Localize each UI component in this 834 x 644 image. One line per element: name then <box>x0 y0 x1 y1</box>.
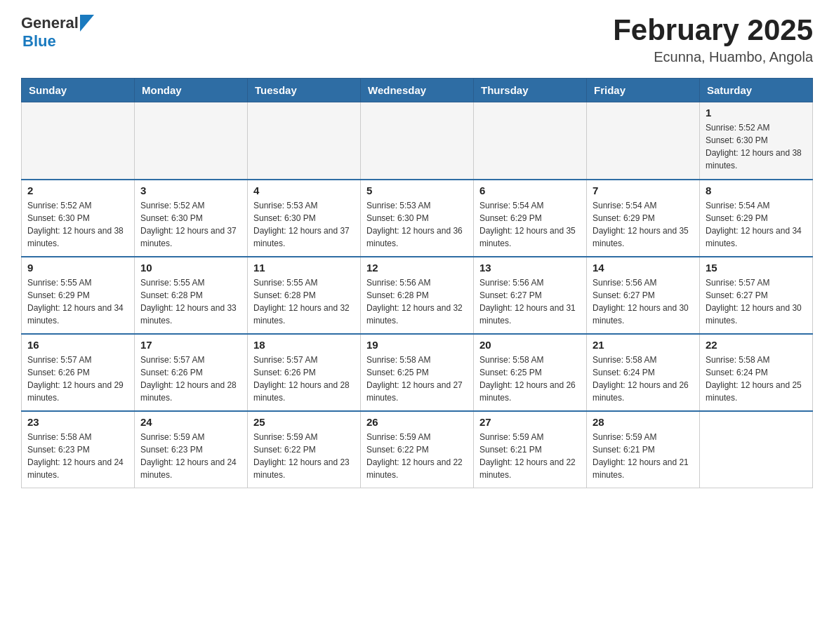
day-number: 23 <box>27 416 128 428</box>
day-number: 12 <box>366 262 468 274</box>
day-info: Sunrise: 5:54 AMSunset: 6:29 PMDaylight:… <box>479 199 581 250</box>
day-info: Sunrise: 5:55 AMSunset: 6:28 PMDaylight:… <box>140 276 241 327</box>
day-info: Sunrise: 5:59 AMSunset: 6:23 PMDaylight:… <box>140 431 241 481</box>
day-number: 13 <box>479 262 581 274</box>
day-info: Sunrise: 5:55 AMSunset: 6:28 PMDaylight:… <box>253 276 355 327</box>
day-number: 19 <box>366 339 468 351</box>
day-info: Sunrise: 5:53 AMSunset: 6:30 PMDaylight:… <box>253 199 355 250</box>
day-info: Sunrise: 5:59 AMSunset: 6:21 PMDaylight:… <box>593 431 694 481</box>
day-info: Sunrise: 5:54 AMSunset: 6:29 PMDaylight:… <box>706 199 807 250</box>
calendar-cell: 6Sunrise: 5:54 AMSunset: 6:29 PMDaylight… <box>474 180 587 257</box>
calendar-cell: 20Sunrise: 5:58 AMSunset: 6:25 PMDayligh… <box>474 334 587 411</box>
day-number: 10 <box>140 262 241 274</box>
calendar-cell <box>135 102 248 180</box>
day-number: 26 <box>366 416 468 428</box>
calendar-cell: 18Sunrise: 5:57 AMSunset: 6:26 PMDayligh… <box>248 334 361 411</box>
calendar-cell: 12Sunrise: 5:56 AMSunset: 6:28 PMDayligh… <box>361 257 474 334</box>
day-info: Sunrise: 5:58 AMSunset: 6:23 PMDaylight:… <box>27 431 128 481</box>
day-info: Sunrise: 5:59 AMSunset: 6:21 PMDaylight:… <box>479 431 581 481</box>
calendar-cell: 14Sunrise: 5:56 AMSunset: 6:27 PMDayligh… <box>587 257 700 334</box>
calendar-subtitle: Ecunna, Huambo, Angola <box>613 49 813 65</box>
day-info: Sunrise: 5:59 AMSunset: 6:22 PMDaylight:… <box>366 431 468 481</box>
day-info: Sunrise: 5:57 AMSunset: 6:26 PMDaylight:… <box>253 354 355 404</box>
calendar-cell: 19Sunrise: 5:58 AMSunset: 6:25 PMDayligh… <box>361 334 474 411</box>
day-info: Sunrise: 5:58 AMSunset: 6:24 PMDaylight:… <box>593 354 694 404</box>
logo-blue: Blue <box>22 32 56 51</box>
calendar-cell: 27Sunrise: 5:59 AMSunset: 6:21 PMDayligh… <box>474 411 587 488</box>
day-number: 6 <box>479 185 581 196</box>
day-info: Sunrise: 5:56 AMSunset: 6:27 PMDaylight:… <box>479 276 581 327</box>
calendar-week-1: 2Sunrise: 5:52 AMSunset: 6:30 PMDaylight… <box>22 180 813 257</box>
calendar-cell <box>248 102 361 180</box>
header-saturday: Saturday <box>700 79 813 102</box>
day-info: Sunrise: 5:55 AMSunset: 6:29 PMDaylight:… <box>27 276 128 327</box>
day-info: Sunrise: 5:52 AMSunset: 6:30 PMDaylight:… <box>27 199 128 250</box>
calendar-cell: 5Sunrise: 5:53 AMSunset: 6:30 PMDaylight… <box>361 180 474 257</box>
calendar-cell <box>22 102 135 180</box>
calendar-cell: 24Sunrise: 5:59 AMSunset: 6:23 PMDayligh… <box>135 411 248 488</box>
calendar-cell: 3Sunrise: 5:52 AMSunset: 6:30 PMDaylight… <box>135 180 248 257</box>
day-info: Sunrise: 5:59 AMSunset: 6:22 PMDaylight:… <box>253 431 355 481</box>
title-block: February 2025 Ecunna, Huambo, Angola <box>613 14 813 65</box>
day-info: Sunrise: 5:58 AMSunset: 6:25 PMDaylight:… <box>366 354 468 404</box>
header-wednesday: Wednesday <box>361 79 474 102</box>
calendar-title: February 2025 <box>613 14 813 46</box>
header-friday: Friday <box>587 79 700 102</box>
day-number: 20 <box>479 339 581 351</box>
header-tuesday: Tuesday <box>248 79 361 102</box>
calendar-cell: 17Sunrise: 5:57 AMSunset: 6:26 PMDayligh… <box>135 334 248 411</box>
calendar-week-0: 1Sunrise: 5:52 AMSunset: 6:30 PMDaylight… <box>22 102 813 180</box>
svg-marker-0 <box>80 15 94 32</box>
day-info: Sunrise: 5:56 AMSunset: 6:27 PMDaylight:… <box>593 276 694 327</box>
calendar-header-row: Sunday Monday Tuesday Wednesday Thursday… <box>22 79 813 102</box>
calendar-week-4: 23Sunrise: 5:58 AMSunset: 6:23 PMDayligh… <box>22 411 813 488</box>
day-number: 16 <box>27 339 128 351</box>
calendar-cell: 28Sunrise: 5:59 AMSunset: 6:21 PMDayligh… <box>587 411 700 488</box>
day-info: Sunrise: 5:57 AMSunset: 6:27 PMDaylight:… <box>706 276 807 327</box>
calendar-table: Sunday Monday Tuesday Wednesday Thursday… <box>21 78 813 488</box>
day-number: 21 <box>593 339 694 351</box>
calendar-cell: 2Sunrise: 5:52 AMSunset: 6:30 PMDaylight… <box>22 180 135 257</box>
day-info: Sunrise: 5:54 AMSunset: 6:29 PMDaylight:… <box>593 199 694 250</box>
calendar-cell: 21Sunrise: 5:58 AMSunset: 6:24 PMDayligh… <box>587 334 700 411</box>
day-number: 17 <box>140 339 241 351</box>
calendar-cell: 16Sunrise: 5:57 AMSunset: 6:26 PMDayligh… <box>22 334 135 411</box>
day-number: 1 <box>706 107 807 119</box>
day-info: Sunrise: 5:52 AMSunset: 6:30 PMDaylight:… <box>140 199 241 250</box>
calendar-cell: 4Sunrise: 5:53 AMSunset: 6:30 PMDaylight… <box>248 180 361 257</box>
calendar-cell: 23Sunrise: 5:58 AMSunset: 6:23 PMDayligh… <box>22 411 135 488</box>
calendar-week-3: 16Sunrise: 5:57 AMSunset: 6:26 PMDayligh… <box>22 334 813 411</box>
day-number: 4 <box>253 185 355 196</box>
header-monday: Monday <box>135 79 248 102</box>
day-number: 25 <box>253 416 355 428</box>
day-info: Sunrise: 5:53 AMSunset: 6:30 PMDaylight:… <box>366 199 468 250</box>
day-number: 18 <box>253 339 355 351</box>
day-number: 2 <box>27 185 128 196</box>
calendar-cell: 11Sunrise: 5:55 AMSunset: 6:28 PMDayligh… <box>248 257 361 334</box>
day-info: Sunrise: 5:57 AMSunset: 6:26 PMDaylight:… <box>27 354 128 404</box>
calendar-cell: 13Sunrise: 5:56 AMSunset: 6:27 PMDayligh… <box>474 257 587 334</box>
calendar-cell: 26Sunrise: 5:59 AMSunset: 6:22 PMDayligh… <box>361 411 474 488</box>
day-info: Sunrise: 5:52 AMSunset: 6:30 PMDaylight:… <box>706 121 807 172</box>
calendar-cell: 25Sunrise: 5:59 AMSunset: 6:22 PMDayligh… <box>248 411 361 488</box>
day-number: 8 <box>706 185 807 196</box>
day-number: 28 <box>593 416 694 428</box>
day-number: 22 <box>706 339 807 351</box>
calendar-cell <box>361 102 474 180</box>
calendar-cell: 8Sunrise: 5:54 AMSunset: 6:29 PMDaylight… <box>700 180 813 257</box>
calendar-cell: 15Sunrise: 5:57 AMSunset: 6:27 PMDayligh… <box>700 257 813 334</box>
day-number: 9 <box>27 262 128 274</box>
day-number: 7 <box>593 185 694 196</box>
header-sunday: Sunday <box>22 79 135 102</box>
calendar-cell <box>474 102 587 180</box>
calendar-cell: 1Sunrise: 5:52 AMSunset: 6:30 PMDaylight… <box>700 102 813 180</box>
day-number: 15 <box>706 262 807 274</box>
logo: General Blue <box>21 14 94 51</box>
day-number: 27 <box>479 416 581 428</box>
day-number: 11 <box>253 262 355 274</box>
calendar-cell: 7Sunrise: 5:54 AMSunset: 6:29 PMDaylight… <box>587 180 700 257</box>
header-thursday: Thursday <box>474 79 587 102</box>
calendar-cell: 10Sunrise: 5:55 AMSunset: 6:28 PMDayligh… <box>135 257 248 334</box>
day-number: 24 <box>140 416 241 428</box>
page-header: General Blue February 2025 Ecunna, Huamb… <box>21 14 813 65</box>
